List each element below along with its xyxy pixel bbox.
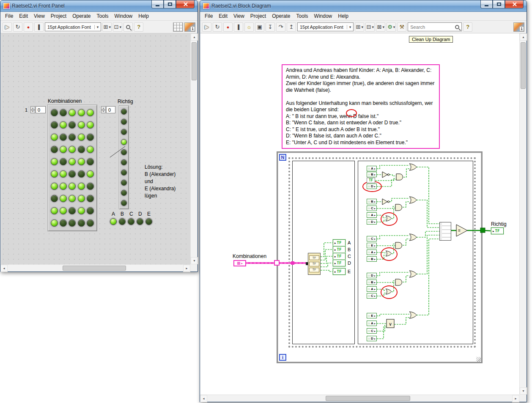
boolean-array-unbundle-node[interactable]: TFTFTF bbox=[308, 253, 321, 275]
kombinationen-led[interactable] bbox=[69, 170, 76, 178]
block-diagram-titlebar[interactable]: Raetsel2.vi Block Diagram bbox=[200, 0, 527, 12]
kombinationen-led[interactable] bbox=[87, 121, 94, 129]
kombinationen-led[interactable] bbox=[87, 195, 94, 202]
kombinationen-led[interactable] bbox=[51, 170, 58, 178]
hscroll-thumb[interactable] bbox=[63, 266, 126, 271]
run-button[interactable]: ▶ bbox=[202, 22, 211, 32]
kombinationen-led[interactable] bbox=[51, 121, 58, 129]
reorder-dropdown[interactable]: ⊠ ▾ bbox=[376, 22, 385, 32]
kombinationen-led[interactable] bbox=[78, 158, 85, 165]
menu-item-file[interactable]: File bbox=[202, 12, 216, 20]
minimize-button[interactable] bbox=[151, 0, 164, 8]
kombinationen-led[interactable] bbox=[69, 183, 76, 190]
menu-item-edit[interactable]: Edit bbox=[216, 12, 230, 20]
kombinationen-led[interactable] bbox=[51, 158, 58, 165]
menu-item-operate[interactable]: Operate bbox=[69, 12, 93, 20]
local-variable-d[interactable]: ⌂D▸ bbox=[367, 219, 377, 225]
abort-button[interactable]: ● bbox=[223, 22, 233, 32]
boolean-indicator-d[interactable]: ▸TF bbox=[333, 260, 346, 266]
kombinationen-led[interactable] bbox=[69, 109, 76, 116]
front-panel-hscrollbar[interactable]: ◂ ▸ bbox=[0, 264, 190, 271]
kombinationen-led[interactable] bbox=[87, 170, 94, 178]
step-into-button[interactable]: ↧ bbox=[266, 22, 275, 32]
richtig-led-array[interactable] bbox=[119, 105, 129, 209]
front-panel-vscrollbar[interactable]: ▴ ▾ bbox=[190, 33, 197, 264]
run-continuous-button[interactable]: ↻ bbox=[213, 22, 222, 32]
kombinationen-index-field[interactable]: 0 bbox=[36, 106, 46, 113]
minimize-button[interactable] bbox=[480, 0, 493, 8]
block-diagram-canvas[interactable]: Clean Up Diagram Andrea und Andreas habe… bbox=[200, 33, 520, 395]
search-input[interactable] bbox=[410, 25, 453, 30]
kombinationen-array-terminal[interactable]: ▦ ▸ bbox=[233, 260, 246, 266]
kombinationen-led[interactable] bbox=[78, 219, 85, 227]
run-continuous-button[interactable]: ↻ bbox=[13, 22, 22, 32]
scroll-right-icon[interactable]: ▸ bbox=[183, 265, 190, 272]
local-variable-a[interactable]: ⌂A▸ bbox=[367, 166, 377, 171]
letter-led[interactable] bbox=[145, 218, 152, 225]
menu-item-window[interactable]: Window bbox=[112, 12, 136, 20]
kombinationen-led[interactable] bbox=[69, 158, 76, 165]
kombinationen-led[interactable] bbox=[51, 207, 58, 214]
local-variable-c[interactable]: ⌂C▸ bbox=[367, 293, 377, 299]
kombinationen-led[interactable] bbox=[78, 207, 85, 214]
boolean-indicator-b[interactable]: ▸TF bbox=[333, 246, 346, 253]
retain-wire-values-button[interactable]: ▣ bbox=[255, 22, 264, 32]
front-panel-canvas[interactable]: Kombinationen 1 ▴ ▾ 0 Richtig ▴ ▾ 0 Lösu… bbox=[1, 33, 190, 265]
local-variable-c[interactable]: ⌂C▸ bbox=[367, 328, 377, 334]
letter-led[interactable] bbox=[137, 218, 143, 225]
pause-button[interactable]: ∥ bbox=[234, 22, 243, 32]
kombinationen-led[interactable] bbox=[87, 158, 94, 165]
letter-led[interactable] bbox=[119, 218, 126, 225]
kombinationen-led[interactable] bbox=[78, 183, 85, 190]
step-over-button[interactable]: ↷ bbox=[276, 22, 285, 32]
kombinationen-led[interactable] bbox=[69, 207, 76, 214]
kombinationen-index-stepper[interactable]: ▴ ▾ bbox=[30, 106, 35, 113]
step-out-button[interactable]: ↥ bbox=[287, 22, 296, 32]
kombinationen-led[interactable] bbox=[78, 170, 85, 178]
richtig-led[interactable] bbox=[121, 180, 127, 186]
kombinationen-led[interactable] bbox=[87, 183, 94, 190]
kombinationen-led[interactable] bbox=[87, 134, 94, 141]
kombinationen-led[interactable] bbox=[69, 219, 76, 227]
local-variable-b[interactable]: ⌂B▸ bbox=[367, 256, 377, 262]
block-diagram-vscrollbar[interactable]: ▴ ▾ bbox=[519, 33, 527, 395]
menu-item-edit[interactable]: Edit bbox=[16, 12, 31, 20]
menu-item-view[interactable]: View bbox=[230, 12, 247, 20]
close-button[interactable] bbox=[505, 0, 524, 8]
local-variable-a[interactable]: ⌂A▸ bbox=[367, 249, 377, 255]
richtig-indicator-terminal[interactable]: ▸ TF bbox=[491, 228, 504, 234]
kombinationen-led[interactable] bbox=[78, 134, 85, 141]
boolean-indicator-a[interactable]: ▸TF bbox=[333, 239, 346, 246]
menu-item-view[interactable]: View bbox=[31, 12, 48, 20]
kombinationen-led[interactable] bbox=[60, 195, 67, 202]
kombinationen-terminal-label[interactable]: Kombinationen bbox=[233, 253, 266, 259]
richtig-led[interactable] bbox=[121, 190, 127, 196]
local-variable-c[interactable]: ⌂C▸ bbox=[367, 206, 377, 211]
local-variable-d[interactable]: ⌂D▸ bbox=[367, 184, 377, 189]
font-selector[interactable]: 15pt Application Font ▾ bbox=[45, 22, 101, 31]
richtig-led[interactable] bbox=[121, 139, 127, 145]
menu-item-tools[interactable]: Tools bbox=[293, 12, 311, 20]
scroll-down-icon[interactable]: ▾ bbox=[191, 257, 198, 264]
menu-item-help[interactable]: Help bbox=[135, 12, 152, 20]
local-variable-b[interactable]: ⌂B▸ bbox=[367, 199, 377, 204]
vscroll-thumb[interactable] bbox=[521, 42, 526, 89]
loop-count-terminal[interactable]: N bbox=[279, 154, 286, 161]
kombinationen-led[interactable] bbox=[69, 146, 76, 153]
scroll-left-icon[interactable]: ◂ bbox=[200, 395, 207, 402]
resize-objects-dropdown[interactable]: ⊡ ▾ bbox=[113, 22, 122, 32]
align-objects-dropdown[interactable]: ⊞ ▾ bbox=[355, 22, 364, 32]
menu-item-project[interactable]: Project bbox=[48, 12, 69, 20]
boolean-indicator-e[interactable]: ▸TF bbox=[333, 268, 346, 275]
solution-text[interactable]: Lösung:B (Alexander)undE (Alexandra)lüge… bbox=[145, 164, 176, 200]
help-button[interactable]: ? bbox=[463, 22, 472, 32]
kombinationen-led[interactable] bbox=[69, 121, 76, 129]
local-variable-b[interactable]: ⌂B▸ bbox=[367, 172, 377, 177]
gear-dropdown[interactable]: ⚙ ▾ bbox=[387, 22, 396, 32]
kombinationen-led[interactable] bbox=[51, 195, 58, 202]
kombinationen-led[interactable] bbox=[60, 146, 67, 153]
local-variable-e[interactable]: ⌂E▸ bbox=[367, 313, 377, 318]
kombinationen-led[interactable] bbox=[51, 109, 58, 116]
vi-icon-badge[interactable]: 1 bbox=[184, 22, 195, 32]
kombinationen-led[interactable] bbox=[51, 183, 58, 190]
